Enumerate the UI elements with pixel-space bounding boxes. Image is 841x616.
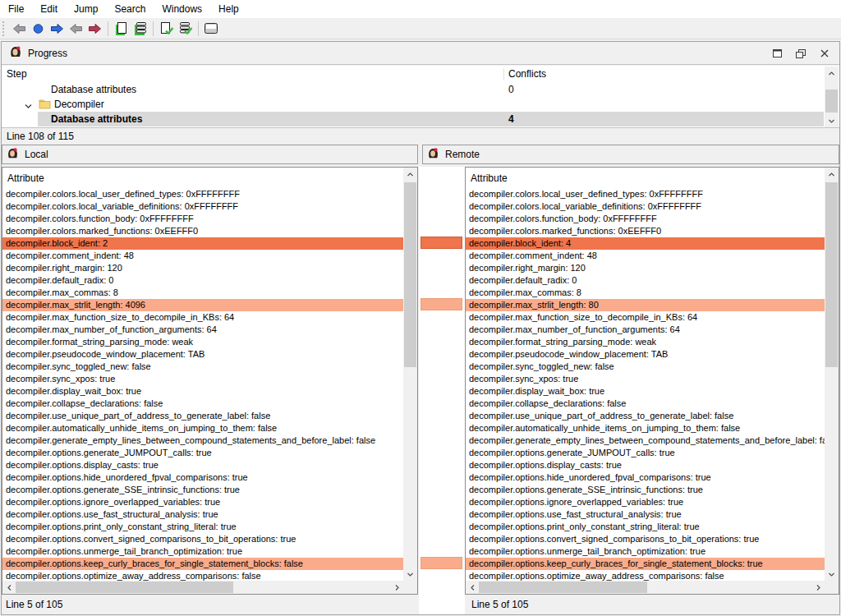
maximize-icon[interactable] <box>767 45 787 62</box>
scroll-thumb[interactable] <box>479 582 647 593</box>
prev-conflict-icon[interactable] <box>67 20 85 38</box>
attribute-row[interactable]: decompiler.colors.local_variable_definit… <box>2 200 403 213</box>
attribute-row[interactable]: decompiler.generate_empty_lines_between_… <box>2 434 403 447</box>
attribute-row[interactable]: decompiler.collapse_declarations: false <box>466 398 825 410</box>
scroll-thumb[interactable] <box>404 182 416 367</box>
attribute-row[interactable]: decompiler.options.unmerge_tail_branch_o… <box>466 545 825 558</box>
scroll-down-icon[interactable] <box>825 114 839 127</box>
attribute-row[interactable]: decompiler.max_function_size_to_decompil… <box>466 311 825 324</box>
attribute-row[interactable]: decompiler.pseudocode_window_placement: … <box>466 348 825 361</box>
menu-item-file[interactable]: File <box>0 0 32 18</box>
attribute-row[interactable]: decompiler.colors.function_body: 0xFFFFF… <box>2 213 403 225</box>
attribute-row[interactable]: decompiler.format_string_parsing_mode: w… <box>466 336 825 348</box>
attribute-row[interactable]: decompiler.options.print_only_constant_s… <box>466 521 825 533</box>
database-list-icon[interactable] <box>131 20 149 38</box>
attribute-row[interactable]: decompiler.default_radix: 0 <box>2 274 403 287</box>
attribute-row[interactable]: decompiler.max_commas: 8 <box>466 287 825 299</box>
attribute-row[interactable]: decompiler.options.hide_unordered_fpval_… <box>2 471 403 484</box>
attribute-row[interactable]: decompiler.colors.function_body: 0xFFFFF… <box>466 213 825 225</box>
attribute-row[interactable]: decompiler.options.generate_SSE_intrinsi… <box>466 484 825 496</box>
attribute-row[interactable]: decompiler.options.hide_unordered_fpval_… <box>466 471 825 484</box>
attribute-row[interactable]: decompiler.options.use_fast_structural_a… <box>466 508 825 521</box>
attribute-row[interactable]: decompiler.options.display_casts: true <box>466 459 825 471</box>
local-vertical-scrollbar[interactable] <box>403 168 417 581</box>
attribute-row[interactable]: decompiler.options.generate_JUMPOUT_call… <box>2 447 403 459</box>
attribute-row[interactable]: decompiler.max_number_of_function_argume… <box>466 324 825 336</box>
attribute-row[interactable]: decompiler.comment_indent: 48 <box>466 250 825 262</box>
attribute-row[interactable]: decompiler.display_wait_box: true <box>2 385 403 398</box>
nav-back-icon[interactable] <box>10 20 29 38</box>
scroll-right-icon[interactable] <box>811 581 825 594</box>
steps-row[interactable]: Database attributes0 <box>2 82 824 97</box>
current-position-icon[interactable] <box>29 20 48 38</box>
attribute-row[interactable]: decompiler.options.optimize_away_address… <box>466 570 825 581</box>
menu-item-search[interactable]: Search <box>106 0 154 18</box>
attribute-row[interactable]: decompiler.generate_empty_lines_between_… <box>466 434 825 447</box>
close-icon[interactable] <box>815 45 834 62</box>
next-conflict-icon[interactable] <box>85 20 104 38</box>
attribute-row[interactable]: decompiler.sync_xpos: true <box>466 373 825 385</box>
attribute-row[interactable]: decompiler.pseudocode_window_placement: … <box>2 348 403 361</box>
attribute-row[interactable]: decompiler.colors.local_user_defined_typ… <box>466 188 825 200</box>
attribute-row[interactable]: decompiler.right_margin: 120 <box>2 262 403 274</box>
attribute-row[interactable]: decompiler.options.display_casts: true <box>2 459 403 471</box>
attribute-row[interactable]: decompiler.use_unique_part_of_address_to… <box>466 410 825 422</box>
attribute-row[interactable]: decompiler.options.print_only_constant_s… <box>2 521 403 533</box>
scroll-left-icon[interactable] <box>466 581 479 594</box>
local-horizontal-scrollbar[interactable] <box>2 581 403 594</box>
scroll-up-icon[interactable] <box>825 168 839 181</box>
attribute-row[interactable]: decompiler.colors.local_variable_definit… <box>466 200 825 213</box>
scroll-down-icon[interactable] <box>825 568 839 581</box>
attribute-row[interactable]: decompiler.default_radix: 0 <box>466 274 825 287</box>
scroll-thumb[interactable] <box>16 582 233 593</box>
window-view-icon[interactable] <box>202 20 221 38</box>
steps-row[interactable]: Decompiler <box>2 97 824 112</box>
steps-row[interactable]: Database attributes4 <box>2 112 824 126</box>
toolbar-drag-handle[interactable] <box>2 21 7 36</box>
attribute-row[interactable]: decompiler.display_wait_box: true <box>466 385 825 398</box>
remote-horizontal-scrollbar[interactable] <box>466 581 825 594</box>
attribute-row[interactable]: decompiler.colors.marked_functions: 0xEE… <box>466 225 825 237</box>
attribute-row[interactable]: decompiler.block_ident: 4 <box>466 237 825 250</box>
attribute-row[interactable]: decompiler.use_unique_part_of_address_to… <box>2 410 403 422</box>
attribute-row[interactable]: decompiler.max_commas: 8 <box>2 287 403 299</box>
attribute-row[interactable]: decompiler.max_strlit_length: 4096 <box>2 299 403 311</box>
attribute-row[interactable]: decompiler.colors.local_user_defined_typ… <box>2 188 403 200</box>
attribute-row[interactable]: decompiler.comment_indent: 48 <box>2 250 403 262</box>
attribute-row[interactable]: decompiler.options.convert_signed_compar… <box>466 533 825 545</box>
attribute-row[interactable]: decompiler.options.convert_signed_compar… <box>2 533 403 545</box>
attribute-row[interactable]: decompiler.options.keep_curly_braces_for… <box>466 558 825 570</box>
scroll-up-icon[interactable] <box>825 67 839 80</box>
attribute-row[interactable]: decompiler.sync_toggled_new: false <box>2 361 403 373</box>
attribute-row[interactable]: decompiler.options.generate_SSE_intrinsi… <box>2 484 403 496</box>
attribute-row[interactable]: decompiler.options.ignore_overlapped_var… <box>2 496 403 508</box>
attribute-row[interactable]: decompiler.options.generate_JUMPOUT_call… <box>466 447 825 459</box>
attribute-row[interactable]: decompiler.right_margin: 120 <box>466 262 825 274</box>
attribute-row[interactable]: decompiler.collapse_declarations: false <box>2 398 403 410</box>
attribute-row[interactable]: decompiler.sync_toggled_new: false <box>466 361 825 373</box>
menu-item-edit[interactable]: Edit <box>32 0 66 18</box>
attribute-row[interactable]: decompiler.format_string_parsing_mode: w… <box>2 336 403 348</box>
scroll-up-icon[interactable] <box>403 168 417 181</box>
menu-item-windows[interactable]: Windows <box>154 0 210 18</box>
remote-vertical-scrollbar[interactable] <box>825 168 839 581</box>
steps-scrollbar[interactable] <box>825 67 839 127</box>
attribute-row[interactable]: decompiler.max_strlit_length: 80 <box>466 299 825 311</box>
restore-icon[interactable] <box>791 45 811 62</box>
attribute-row[interactable]: decompiler.max_function_size_to_decompil… <box>2 311 403 324</box>
scroll-thumb[interactable] <box>825 90 838 113</box>
scroll-thumb[interactable] <box>825 182 838 367</box>
scroll-down-icon[interactable] <box>403 568 417 581</box>
scroll-right-icon[interactable] <box>390 581 403 594</box>
attribute-row[interactable]: decompiler.block_ident: 2 <box>2 237 403 250</box>
attribute-row[interactable]: decompiler.options.ignore_overlapped_var… <box>466 496 825 508</box>
attribute-row[interactable]: decompiler.colors.marked_functions: 0xEE… <box>2 225 403 237</box>
menu-item-jump[interactable]: Jump <box>66 0 106 18</box>
attribute-row[interactable]: decompiler.options.keep_curly_braces_for… <box>2 558 403 570</box>
attribute-row[interactable]: decompiler.max_number_of_function_argume… <box>2 324 403 336</box>
menu-item-help[interactable]: Help <box>210 0 247 18</box>
scroll-left-icon[interactable] <box>2 581 16 594</box>
attribute-row[interactable]: decompiler.options.optimize_away_address… <box>2 570 403 581</box>
attribute-row[interactable]: decompiler.automatically_unhide_items_on… <box>466 422 825 434</box>
attribute-row[interactable]: decompiler.options.use_fast_structural_a… <box>2 508 403 521</box>
